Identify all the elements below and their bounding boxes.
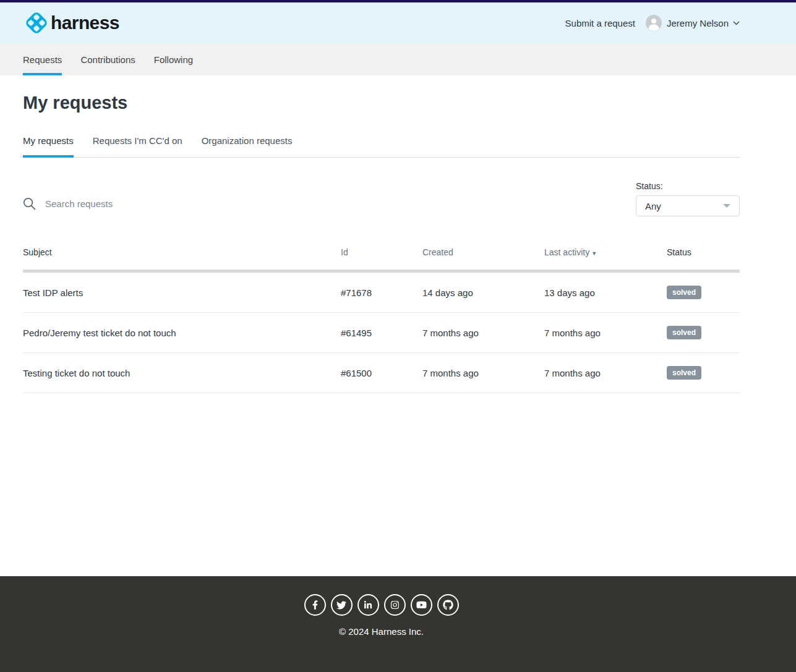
column-header-id[interactable]: Id (341, 247, 422, 271)
filters-row: Status: Any (23, 181, 740, 216)
cell-last-activity: 13 days ago (544, 271, 667, 313)
twitter-icon[interactable] (331, 594, 353, 616)
status-badge: solved (667, 286, 701, 299)
github-icon[interactable] (437, 594, 459, 616)
copyright-text: © 2024 Harness Inc. (23, 626, 740, 637)
cell-subject[interactable]: Pedro/Jeremy test ticket do not touch (23, 313, 341, 353)
cell-status: solved (667, 353, 740, 393)
cell-subject[interactable]: Test IDP alerts (23, 271, 341, 313)
user-name: Jeremy Nelson (667, 18, 729, 28)
main-content: My requests My requests Requests I'm CC'… (23, 75, 740, 576)
search-box (23, 197, 304, 210)
cell-id: #61495 (341, 313, 422, 353)
status-badge: solved (667, 366, 701, 380)
cell-id: #61500 (341, 353, 422, 393)
cell-last-activity: 7 months ago (544, 313, 667, 353)
subtab-organization-requests[interactable]: Organization requests (202, 135, 293, 157)
facebook-icon[interactable] (304, 594, 326, 616)
user-menu[interactable]: Jeremy Nelson (646, 15, 740, 31)
nav-tab-following[interactable]: Following (154, 43, 193, 75)
harness-logo[interactable]: harness (23, 9, 119, 36)
logo-wordmark: harness (51, 12, 119, 33)
cell-created: 14 days ago (422, 271, 544, 313)
search-input[interactable] (44, 198, 304, 210)
select-caret-icon (723, 204, 730, 208)
column-header-status: Status (667, 247, 740, 271)
status-badge: solved (667, 326, 701, 339)
column-header-subject: Subject (23, 247, 341, 271)
cell-id: #71678 (341, 271, 422, 313)
chevron-down-icon (733, 21, 740, 25)
cell-last-activity: 7 months ago (544, 353, 667, 393)
main-nav: Requests Contributions Following (0, 43, 796, 75)
subtab-my-requests[interactable]: My requests (23, 135, 74, 157)
cell-subject[interactable]: Testing ticket do not touch (23, 353, 341, 393)
table-row[interactable]: Testing ticket do not touch #61500 7 mon… (23, 353, 740, 393)
site-footer: © 2024 Harness Inc. (0, 576, 796, 672)
status-select[interactable]: Any (636, 195, 740, 216)
nav-tab-contributions[interactable]: Contributions (80, 43, 135, 75)
table-header-row: Subject Id Created Last activity▼ Status (23, 247, 740, 271)
cell-created: 7 months ago (422, 353, 544, 393)
nav-tab-requests[interactable]: Requests (23, 43, 62, 75)
requests-table: Subject Id Created Last activity▼ Status… (23, 247, 740, 393)
linkedin-icon[interactable] (357, 594, 379, 616)
column-header-last-activity[interactable]: Last activity▼ (544, 247, 667, 271)
avatar (646, 15, 662, 31)
sort-desc-icon: ▼ (591, 250, 597, 257)
social-links (23, 594, 740, 616)
status-label: Status: (636, 181, 740, 191)
column-header-created[interactable]: Created (422, 247, 544, 271)
youtube-icon[interactable] (411, 594, 432, 616)
status-select-value: Any (645, 201, 661, 211)
page-title: My requests (23, 93, 740, 113)
table-row[interactable]: Test IDP alerts #71678 14 days ago 13 da… (23, 271, 740, 313)
cell-created: 7 months ago (422, 313, 544, 353)
cell-status: solved (667, 313, 740, 353)
harness-logo-icon (23, 9, 50, 36)
site-header: harness Submit a request Jeremy Nelson (0, 2, 796, 43)
status-filter: Status: Any (636, 181, 740, 216)
submit-request-link[interactable]: Submit a request (565, 18, 635, 28)
request-subtabs: My requests Requests I'm CC'd on Organiz… (23, 135, 740, 158)
cell-status: solved (667, 271, 740, 313)
search-icon (23, 197, 44, 210)
table-row[interactable]: Pedro/Jeremy test ticket do not touch #6… (23, 313, 740, 353)
instagram-icon[interactable] (384, 594, 406, 616)
subtab-ccd-requests[interactable]: Requests I'm CC'd on (93, 135, 182, 157)
